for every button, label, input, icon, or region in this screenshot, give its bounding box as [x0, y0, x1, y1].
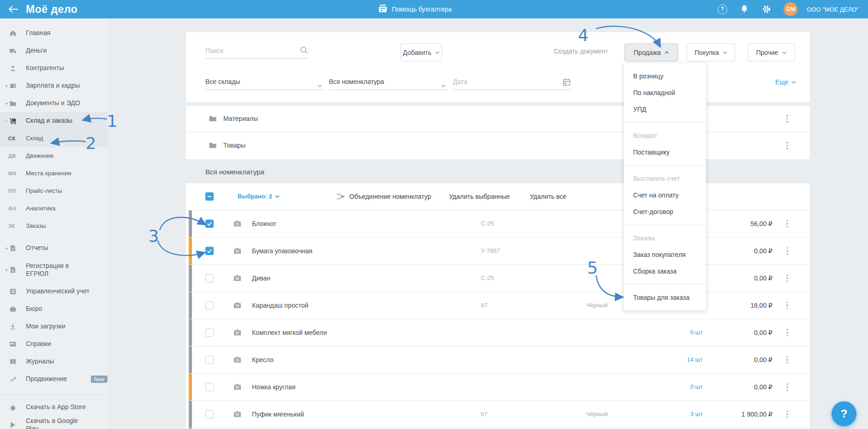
product-name[interactable]: Кресло: [252, 346, 274, 373]
row-menu-button[interactable]: [783, 113, 791, 125]
date-input[interactable]: Дата: [453, 77, 572, 90]
accountant-help-button[interactable]: Помощь бухгалтера: [378, 0, 452, 18]
sidebar-item[interactable]: Деньги: [0, 42, 108, 60]
sidebar-subitem-МХ[interactable]: МХМеста хранения: [0, 165, 108, 182]
user-avatar[interactable]: ОМ: [784, 2, 797, 16]
expander-icon[interactable]: +: [4, 245, 9, 252]
search-placeholder: Поиск: [205, 47, 223, 54]
sidebar-item[interactable]: +Документы и ЭДО: [0, 95, 108, 112]
row-checkbox[interactable]: [205, 220, 214, 228]
sidebar-item[interactable]: Бюро: [0, 300, 108, 318]
sidebar-download-item[interactable]: Скачать в Google Play: [0, 416, 108, 429]
product-name[interactable]: Карандаш простой: [252, 292, 308, 319]
select-all-checkbox[interactable]: [205, 192, 214, 201]
product-quantity-link[interactable]: 3 шт: [647, 401, 703, 428]
dropdown-item[interactable]: Сборка заказа: [624, 263, 706, 280]
folder-icon: [209, 115, 217, 124]
dropdown-item[interactable]: Счет-договор: [624, 203, 706, 220]
folder-row[interactable]: Материалы: [186, 106, 810, 132]
expander-icon[interactable]: −: [4, 118, 9, 125]
search-input[interactable]: Поиск: [205, 44, 309, 59]
help-icon[interactable]: ?: [717, 4, 727, 14]
nomenclature-select[interactable]: Вся номенклатура: [329, 77, 448, 90]
row-menu-button[interactable]: [783, 273, 791, 284]
sidebar-item[interactable]: Главная: [0, 24, 108, 42]
row-menu-button[interactable]: [783, 140, 791, 151]
sidebar-subitem-label: Движение: [26, 152, 90, 160]
merge-nomenclature-button[interactable]: Объединение номенклатур: [336, 183, 431, 210]
product-name[interactable]: Диван: [252, 265, 270, 292]
row-checkbox[interactable]: [205, 247, 214, 255]
sidebar-subitem-ЗК[interactable]: ЗКЗаказы: [0, 217, 108, 235]
product-quantity-link[interactable]: 14 шт: [647, 346, 703, 373]
folders-list: МатериалыТовары: [186, 106, 810, 159]
delete-selected-button[interactable]: Удалить выбранные: [449, 183, 510, 210]
sidebar-item[interactable]: +Зарплата и кадры: [0, 77, 108, 95]
row-menu-button[interactable]: [783, 381, 791, 393]
settings-gear-icon[interactable]: [761, 4, 772, 14]
contractors-icon: [9, 64, 18, 72]
row-checkbox[interactable]: [205, 410, 214, 418]
back-arrow-icon[interactable]: [8, 6, 18, 13]
expander-icon[interactable]: +: [4, 100, 9, 107]
row-checkbox[interactable]: [205, 274, 214, 282]
row-checkbox[interactable]: [205, 328, 214, 337]
row-menu-button[interactable]: [783, 245, 791, 256]
row-menu-button[interactable]: [783, 409, 791, 420]
product-name[interactable]: Комплект мягкой мебели: [252, 319, 327, 346]
other-button[interactable]: Прочие: [748, 43, 795, 61]
sidebar-item[interactable]: Контрагенты: [0, 60, 108, 77]
app-logo[interactable]: Моё дело: [26, 3, 78, 16]
product-name[interactable]: Ножка круглая: [252, 374, 295, 400]
purchase-button[interactable]: Покупка: [687, 43, 735, 61]
warehouse-select[interactable]: Все склады: [205, 77, 324, 90]
row-checkbox[interactable]: [205, 301, 214, 310]
dropdown-item[interactable]: Счет на оплату: [624, 187, 706, 203]
sidebar-subitem-ДВ[interactable]: ДВДвижение: [0, 147, 108, 165]
row-menu-button[interactable]: [783, 327, 791, 338]
add-button[interactable]: Добавить: [401, 43, 442, 61]
camera-icon: [233, 247, 241, 256]
row-menu-button[interactable]: [783, 218, 791, 229]
sidebar-item[interactable]: +Регистрация в ЕГРЮЛ: [0, 257, 108, 283]
sale-button[interactable]: Продажа: [624, 43, 678, 61]
product-quantity-link[interactable]: 0 шт: [647, 374, 703, 400]
product-name[interactable]: Блокнот: [252, 210, 276, 237]
sidebar-subitem-СК[interactable]: СКСклад: [0, 130, 108, 147]
expander-icon[interactable]: +: [4, 267, 9, 274]
product-name[interactable]: Пуфик мягенький: [252, 401, 304, 428]
delete-all-button[interactable]: Удалить все: [530, 183, 566, 210]
sidebar-subitem-АН[interactable]: АНАналитика: [0, 200, 108, 217]
sidebar-item[interactable]: ПродвижениеNew: [0, 370, 108, 388]
row-checkbox[interactable]: [205, 356, 214, 364]
folder-row[interactable]: Товары: [186, 132, 810, 159]
notifications-bell-icon[interactable]: [739, 4, 749, 14]
row-checkbox[interactable]: [205, 383, 214, 391]
sidebar-item[interactable]: Мои загрузки: [0, 318, 108, 335]
product-name[interactable]: Бумага упаковочная: [252, 238, 312, 264]
sidebar-item[interactable]: Управленческий учет: [0, 283, 108, 300]
selected-count-dropdown[interactable]: Выбрано: 2: [238, 183, 280, 210]
dropdown-item[interactable]: Заказ покупателя: [624, 246, 706, 263]
expander-icon[interactable]: +: [4, 83, 9, 89]
dropdown-item[interactable]: В розницу: [624, 68, 706, 84]
more-filters-link[interactable]: Еще: [775, 78, 796, 86]
chevron-up-icon: [664, 51, 669, 54]
sidebar-subitem-ПЛ[interactable]: ПЛПрайс-листы: [0, 182, 108, 200]
sidebar-item[interactable]: −Склад и заказы: [0, 112, 108, 130]
dropdown-item[interactable]: Поставщику: [624, 144, 706, 161]
help-fab-button[interactable]: ?: [832, 401, 856, 426]
sidebar-item[interactable]: Журналы: [0, 353, 108, 370]
company-name[interactable]: ООО "МОЕ ДЕЛО": [807, 6, 859, 13]
product-quantity-link[interactable]: 0 шт: [647, 319, 703, 346]
sidebar-item[interactable]: +Отчеты: [0, 239, 108, 257]
dropdown-item[interactable]: Товары для заказа: [624, 289, 706, 306]
status-strip: [189, 292, 192, 319]
dropdown-item[interactable]: УПД: [624, 101, 706, 118]
row-menu-button[interactable]: [783, 300, 791, 311]
dropdown-item[interactable]: По накладной: [624, 84, 706, 101]
table-row: Бумага упаковочнаяУ-78670,00 ₽: [186, 238, 810, 265]
sidebar-item[interactable]: Справки: [0, 335, 108, 353]
row-menu-button[interactable]: [783, 354, 791, 365]
sidebar-download-item[interactable]: Скачать в App Store: [0, 399, 108, 416]
